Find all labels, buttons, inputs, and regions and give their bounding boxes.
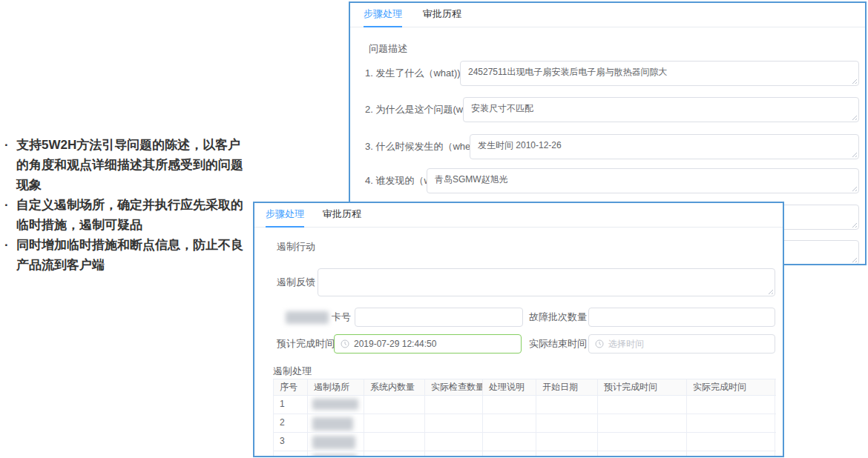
tab-step-processing[interactable]: 步骤处理 [364,3,402,27]
col-start-date: 开始日期 [536,379,598,395]
table-row[interactable]: 1 [273,396,776,414]
tab-approval-history[interactable]: 审批历程 [323,203,361,227]
field-who-textarea-wrap: 青岛SGMW赵旭光 [427,168,859,193]
planned-finish-label: 预计完成时间 [277,334,335,354]
row-index: 1 [273,396,308,414]
tab-step-processing[interactable]: 步骤处理 [266,203,304,227]
feature-bullet-text: 同时增加临时措施和断点信息，防止不良产品流到客户端 [16,238,243,272]
problem-section-title: 问题描述 [369,42,407,56]
table-row[interactable]: 4 [273,451,776,457]
row-location [308,433,364,451]
actual-end-placeholder: 选择时间 [608,338,644,351]
clock-icon [595,339,604,348]
bullet-marker: · [4,135,9,155]
field-when-label: 3. 什么时候发生的（when) [365,134,479,159]
row-location [308,396,364,414]
tab-approval-history[interactable]: 审批历程 [423,3,461,27]
bullet-marker: · [4,195,9,215]
col-index: 序号 [273,379,308,395]
col-location: 遏制场所 [308,379,364,395]
field-what-textarea[interactable]: 24527511出现电子扇安装后电子扇与散热器间隙大 [461,62,858,85]
containment-table-title: 遏制处理 [273,365,312,378]
actual-end-datetime-input[interactable]: 选择时间 [588,334,775,354]
feature-bullet: · 自定义遏制场所，确定并执行应先采取的临时措施，遏制可疑品 [4,195,243,235]
field-what-label: 1. 发生了什么（what)) [365,61,461,86]
redacted-cell [312,454,357,457]
field-when-textarea[interactable]: 发生时间 2010-12-26 [470,135,858,159]
fault-batch-label: 故障批次数量 [529,308,587,327]
table-row[interactable]: 2 [273,414,776,433]
containment-feedback-label: 遏制反馈 [277,268,315,296]
clock-icon [341,339,349,348]
col-remark: 处理说明 [483,379,536,395]
containment-tabbar: 步骤处理 审批历程 [254,203,783,228]
planned-finish-value: 2019-07-29 12:44:50 [354,339,436,349]
actual-end-label: 实际结束时间 [529,334,587,354]
field-why-label: 2. 为什么是这个问题(why) [365,97,476,122]
card-no-input[interactable] [355,308,523,327]
col-planned-finish: 预计完成时间 [598,379,687,395]
row-index: 4 [273,451,308,457]
redacted-cell [312,436,355,449]
row-location [308,414,364,432]
redacted-cell [312,417,353,431]
row-index: 3 [273,433,308,451]
table-header-row: 序号 遏制场所 系统内数量 实际检查数量 处理说明 开始日期 预计完成时间 实际… [273,379,776,396]
feature-bullet-text: 自定义遏制场所，确定并执行应先采取的临时措施，遏制可疑品 [16,198,243,232]
card-no-label: 卡号 [332,308,351,327]
containment-action-panel: 步骤处理 审批历程 遏制行动 遏制反馈 卡号 故障批次数量 预计完成时间 201… [253,202,784,457]
redacted-cell [312,399,358,410]
row-location [308,451,364,457]
feature-notes: · 支持5W2H方法引导问题的陈述，以客户的角度和观点详细描述其所感受到的问题现… [4,135,243,275]
feature-bullet-text: 支持5W2H方法引导问题的陈述，以客户的角度和观点详细描述其所感受到的问题现象 [16,138,243,192]
field-why-textarea-wrap: 安装尺寸不匹配 [463,97,859,122]
field-who-textarea[interactable]: 青岛SGMW赵旭光 [427,169,858,193]
page: · 支持5W2H方法引导问题的陈述，以客户的角度和观点详细描述其所感受到的问题现… [0,0,868,458]
fault-batch-input[interactable] [588,308,775,327]
redacted-label [286,311,329,324]
table-row[interactable]: 3 [273,433,776,451]
containment-section-title: 遏制行动 [277,240,315,253]
feature-bullet: · 支持5W2H方法引导问题的陈述，以客户的角度和观点详细描述其所感受到的问题现… [4,135,243,195]
col-actual-finish: 实际完成时间 [687,379,775,395]
problem-tabbar: 步骤处理 审批历程 [350,3,865,27]
field-when-textarea-wrap: 发生时间 2010-12-26 [470,134,859,159]
field-why-textarea[interactable]: 安装尺寸不匹配 [464,98,858,122]
col-system-qty: 系统内数量 [364,379,425,395]
col-checked-qty: 实际检查数量 [425,379,483,395]
bullet-marker: · [4,235,9,255]
field-what-textarea-wrap: 24527511出现电子扇安装后电子扇与散热器间隙大 [460,61,859,86]
feature-bullet: · 同时增加临时措施和断点信息，防止不良产品流到客户端 [4,235,243,275]
row-index: 2 [273,414,308,432]
planned-finish-datetime-input[interactable]: 2019-07-29 12:44:50 [334,334,522,354]
containment-feedback-textarea[interactable] [318,269,775,296]
containment-feedback-textarea-wrap [318,268,775,296]
containment-table: 序号 遏制场所 系统内数量 实际检查数量 处理说明 开始日期 预计完成时间 实际… [273,379,776,457]
